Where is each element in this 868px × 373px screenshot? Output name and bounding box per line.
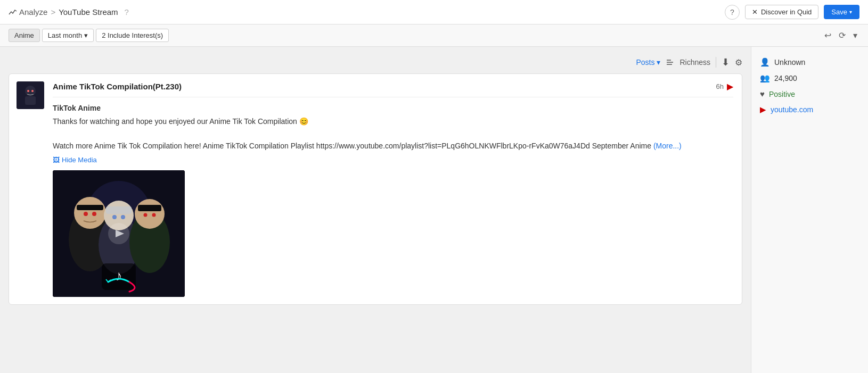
toolbar-separator (666, 58, 674, 67)
period-label: Last month (48, 31, 82, 39)
more-options-icon: ▾ (853, 30, 857, 40)
sidebar-sentiment-row: ♥ Positive (760, 89, 859, 98)
person-icon: 👤 (760, 57, 770, 67)
settings-button[interactable]: ⚙ (735, 57, 742, 68)
analyze-label[interactable]: Analyze (19, 7, 47, 16)
posts-label: Posts (636, 58, 654, 67)
post-body-col: Anime TikTok Compilation(Pt.230) 6h ▶ Ti… (44, 74, 742, 304)
save-label: Save (831, 8, 847, 16)
discover-label: Discover in Quid (761, 8, 812, 16)
undo-button[interactable]: ↩ (822, 28, 833, 43)
richness-icon (666, 58, 674, 67)
stream-title: YouTube Stream (59, 7, 118, 16)
more-link[interactable]: (More...) (653, 142, 682, 150)
period-filter-chip[interactable]: Last month ▾ (42, 29, 94, 42)
svg-point-13 (84, 212, 88, 216)
filter-bar: Anime Last month ▾ 2 Include Interest(s)… (0, 24, 868, 47)
posts-caret-icon: ▾ (657, 58, 660, 67)
svg-rect-24 (138, 205, 161, 211)
toolbar-divider (716, 57, 716, 68)
svg-point-23 (135, 199, 165, 229)
anime-filter-chip[interactable]: Anime (9, 29, 40, 42)
followers-icon: 👥 (760, 73, 770, 83)
svg-point-25 (144, 213, 148, 217)
hide-media-label: Hide Media (62, 156, 97, 164)
help-button[interactable]: ? (725, 5, 740, 20)
post-link-text: Watch more Anime Tik Tok Compilation her… (53, 142, 651, 150)
posts-area: Posts ▾ Richness ⬇ ⚙ (0, 47, 751, 373)
media-thumbnail-inner: ♪ (53, 170, 185, 297)
author-value: Unknown (774, 58, 805, 67)
post-body: TikTok Anime Thanks for watching and hop… (53, 103, 733, 152)
breadcrumb: Analyze > YouTube Stream (9, 7, 118, 16)
heart-icon: ♥ (760, 89, 765, 98)
undo-icon: ↩ (824, 30, 831, 40)
discover-in-quid-button[interactable]: ✕ Discover in Quid (745, 5, 818, 19)
post-time-badge: 6h ▶ (716, 81, 733, 92)
interests-filter-chip[interactable]: 2 Include Interest(s) (96, 29, 169, 42)
post-card: Anime TikTok Compilation(Pt.230) 6h ▶ Ti… (9, 73, 742, 305)
analyze-icon: Analyze (9, 7, 47, 16)
more-options-button[interactable]: ▾ (851, 28, 859, 43)
chart-icon (9, 8, 17, 16)
download-icon: ⬇ (722, 57, 730, 68)
media-thumbnail[interactable]: ♪ (53, 170, 185, 297)
svg-point-19 (121, 215, 125, 219)
richness-label: Richness (679, 58, 710, 67)
filter-bar-right: ↩ ⟳ ▾ (822, 28, 859, 43)
posts-button[interactable]: Posts ▾ (636, 58, 660, 67)
quid-icon: ✕ (752, 8, 758, 16)
download-button[interactable]: ⬇ (722, 56, 730, 68)
svg-point-18 (112, 215, 117, 219)
svg-point-26 (152, 213, 156, 217)
top-bar: Analyze > YouTube Stream ? ? ✕ Discover … (0, 0, 868, 24)
filter-bar-left: Anime Last month ▾ 2 Include Interest(s) (9, 29, 169, 42)
youtube-icon: ▶ (727, 81, 733, 92)
help-icon[interactable]: ? (125, 7, 129, 16)
svg-point-7 (31, 90, 34, 92)
svg-rect-5 (25, 96, 36, 105)
svg-text:♪: ♪ (116, 268, 122, 284)
top-bar-right: ? ✕ Discover in Quid Save ▾ (725, 5, 859, 20)
top-bar-left: Analyze > YouTube Stream ? (9, 7, 129, 16)
gear-icon: ⚙ (735, 58, 742, 67)
svg-point-14 (92, 212, 96, 216)
save-button[interactable]: Save ▾ (824, 5, 859, 19)
hide-media-button[interactable]: 🖼 Hide Media (53, 152, 97, 168)
sidebar-followers-row: 👥 24,900 (760, 73, 859, 83)
avatar-image (17, 81, 44, 109)
post-title: Anime TikTok Compilation(Pt.230) (53, 82, 182, 91)
sentiment-value: Positive (769, 90, 795, 98)
save-caret: ▾ (849, 9, 852, 15)
channel-name: TikTok Anime (53, 103, 733, 114)
refresh-icon: ⟳ (839, 30, 846, 40)
refresh-button[interactable]: ⟳ (837, 28, 848, 43)
breadcrumb-separator: > (51, 7, 55, 16)
post-time: 6h (716, 82, 724, 90)
youtube-sidebar-icon: ▶ (760, 105, 766, 114)
svg-rect-17 (106, 206, 132, 214)
image-icon: 🖼 (53, 156, 60, 164)
site-link[interactable]: youtube.com (771, 105, 813, 114)
period-caret-icon: ▾ (84, 31, 88, 39)
followers-value: 24,900 (774, 74, 797, 82)
posts-toolbar: Posts ▾ Richness ⬇ ⚙ (9, 53, 742, 73)
content-area: Posts ▾ Richness ⬇ ⚙ (0, 47, 868, 373)
thumbnail-image: ♪ (53, 170, 185, 297)
svg-rect-12 (77, 205, 103, 210)
sidebar-site-row: ▶ youtube.com (760, 105, 859, 114)
post-description: Thanks for watching and hope you enjoyed… (53, 116, 733, 127)
svg-point-6 (27, 90, 29, 92)
richness-button[interactable]: Richness (679, 58, 710, 67)
sidebar-author-row: 👤 Unknown (760, 57, 859, 67)
post-avatar-col (9, 74, 44, 304)
sidebar: 👤 Unknown 👥 24,900 ♥ Positive ▶ youtube.… (751, 47, 868, 373)
svg-point-11 (74, 197, 106, 229)
post-title-bar: Anime TikTok Compilation(Pt.230) 6h ▶ (53, 81, 733, 97)
avatar (17, 81, 44, 109)
